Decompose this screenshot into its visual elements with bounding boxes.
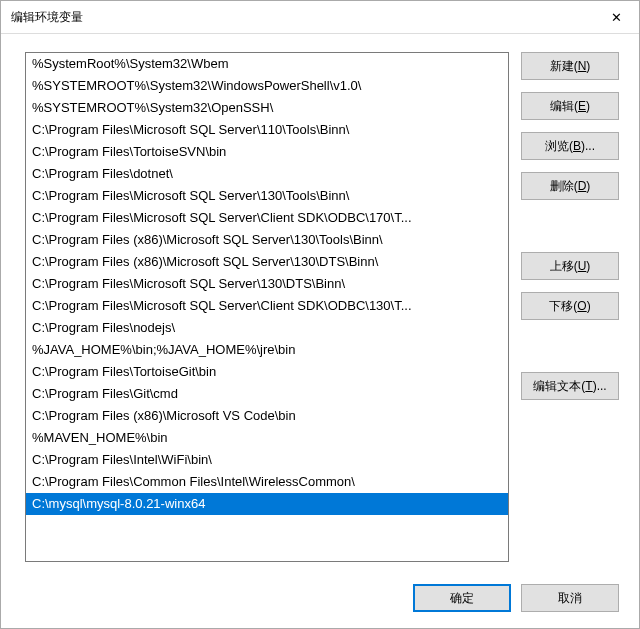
footer-buttons: 确定 取消 xyxy=(25,562,619,612)
list-item[interactable]: C:\Program Files\Microsoft SQL Server\13… xyxy=(26,185,508,207)
dialog-window: 编辑环境变量 ✕ %SystemRoot%\System32\Wbem%SYST… xyxy=(0,0,640,629)
list-item[interactable]: C:\Program Files\nodejs\ xyxy=(26,317,508,339)
dialog-body: %SystemRoot%\System32\Wbem%SYSTEMROOT%\S… xyxy=(1,34,639,628)
list-item[interactable]: C:\Program Files\Microsoft SQL Server\Cl… xyxy=(26,207,508,229)
browse-button[interactable]: 浏览(B)... xyxy=(521,132,619,160)
list-item[interactable]: %SYSTEMROOT%\System32\WindowsPowerShell\… xyxy=(26,75,508,97)
move-up-button[interactable]: 上移(U) xyxy=(521,252,619,280)
new-button[interactable]: 新建(N) xyxy=(521,52,619,80)
titlebar: 编辑环境变量 ✕ xyxy=(1,1,639,34)
list-item[interactable]: %MAVEN_HOME%\bin xyxy=(26,427,508,449)
list-item[interactable]: C:\Program Files\Git\cmd xyxy=(26,383,508,405)
close-icon[interactable]: ✕ xyxy=(594,2,639,32)
list-item[interactable]: %JAVA_HOME%\bin;%JAVA_HOME%\jre\bin xyxy=(26,339,508,361)
window-title: 编辑环境变量 xyxy=(11,9,83,26)
list-item[interactable]: C:\Program Files\Common Files\Intel\Wire… xyxy=(26,471,508,493)
move-down-button[interactable]: 下移(O) xyxy=(521,292,619,320)
list-item[interactable]: C:\Program Files\TortoiseGit\bin xyxy=(26,361,508,383)
list-item[interactable]: C:\Program Files (x86)\Microsoft SQL Ser… xyxy=(26,229,508,251)
list-item[interactable]: C:\Program Files\Intel\WiFi\bin\ xyxy=(26,449,508,471)
delete-button[interactable]: 删除(D) xyxy=(521,172,619,200)
side-buttons: 新建(N) 编辑(E) 浏览(B)... 删除(D) 上移(U) xyxy=(521,52,619,562)
edit-button[interactable]: 编辑(E) xyxy=(521,92,619,120)
list-item[interactable]: C:\mysql\mysql-8.0.21-winx64 xyxy=(26,493,508,515)
list-item[interactable]: C:\Program Files\dotnet\ xyxy=(26,163,508,185)
list-item[interactable]: C:\Program Files (x86)\Microsoft SQL Ser… xyxy=(26,251,508,273)
list-item[interactable]: %SystemRoot%\System32\Wbem xyxy=(26,53,508,75)
list-item[interactable]: C:\Program Files\Microsoft SQL Server\Cl… xyxy=(26,295,508,317)
edit-text-button[interactable]: 编辑文本(T)... xyxy=(521,372,619,400)
list-item[interactable]: C:\Program Files\Microsoft SQL Server\13… xyxy=(26,273,508,295)
main-area: %SystemRoot%\System32\Wbem%SYSTEMROOT%\S… xyxy=(25,52,619,562)
ok-button[interactable]: 确定 xyxy=(413,584,511,612)
list-item[interactable]: C:\Program Files (x86)\Microsoft VS Code… xyxy=(26,405,508,427)
cancel-button[interactable]: 取消 xyxy=(521,584,619,612)
list-item[interactable]: C:\Program Files\Microsoft SQL Server\11… xyxy=(26,119,508,141)
list-item[interactable]: C:\Program Files\TortoiseSVN\bin xyxy=(26,141,508,163)
path-list-container: %SystemRoot%\System32\Wbem%SYSTEMROOT%\S… xyxy=(25,52,509,562)
path-list[interactable]: %SystemRoot%\System32\Wbem%SYSTEMROOT%\S… xyxy=(26,53,508,561)
list-item[interactable]: %SYSTEMROOT%\System32\OpenSSH\ xyxy=(26,97,508,119)
